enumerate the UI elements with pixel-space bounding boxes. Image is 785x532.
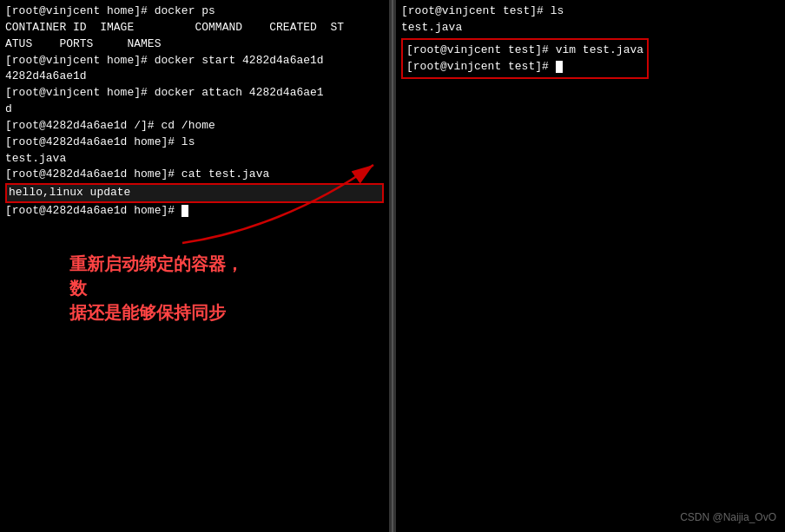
left-terminal: [root@vinjcent home]# docker ps CONTAINE… — [0, 0, 389, 532]
left-line-6: [root@vinjcent home]# docker attach 4282… — [5, 85, 384, 102]
panel-divider — [389, 0, 396, 532]
cursor — [181, 205, 188, 217]
right-cursor — [556, 61, 563, 73]
left-line-8: [root@4282d4a6ae1d /]# cd /home — [5, 118, 384, 135]
watermark: CSDN @Naijia_OvO — [680, 511, 776, 523]
divider-bar — [392, 0, 393, 532]
left-line-9: [root@4282d4a6ae1d home]# ls — [5, 135, 384, 151]
right-line-prompt: [root@vinjcent test]# — [406, 59, 643, 76]
left-line-cat: [root@4282d4a6ae1d home]# cat test.java — [5, 167, 384, 183]
main-container: [root@vinjcent home]# docker ps CONTAINE… — [0, 0, 785, 532]
right-highlight-box: [root@vinjcent test]# vim test.java [roo… — [401, 38, 649, 80]
left-line-3: ATUS PORTS NAMES — [5, 36, 384, 53]
annotation-text: 重新启动绑定的容器，数据还是能够保持同步 — [69, 252, 252, 325]
right-line-testjava: test.java — [401, 20, 780, 36]
left-line-prompt: [root@4282d4a6ae1d home]# — [5, 203, 384, 220]
right-line-ls: [root@vinjcent test]# ls — [401, 3, 780, 20]
right-line-vim: [root@vinjcent test]# vim test.java — [406, 43, 643, 59]
left-line-4: [root@vinjcent home]# docker start 4282d… — [5, 53, 384, 69]
left-highlight-output: hello,linux update — [5, 183, 384, 203]
left-line-10: test.java — [5, 151, 384, 167]
left-line-2: CONTAINER ID IMAGE COMMAND CREATED ST — [5, 20, 384, 36]
left-line-1: [root@vinjcent home]# docker ps — [5, 3, 384, 20]
right-terminal: [root@vinjcent test]# ls test.java [root… — [396, 0, 785, 532]
left-line-5: 4282d4a6ae1d — [5, 69, 384, 85]
left-line-7: d — [5, 102, 384, 118]
